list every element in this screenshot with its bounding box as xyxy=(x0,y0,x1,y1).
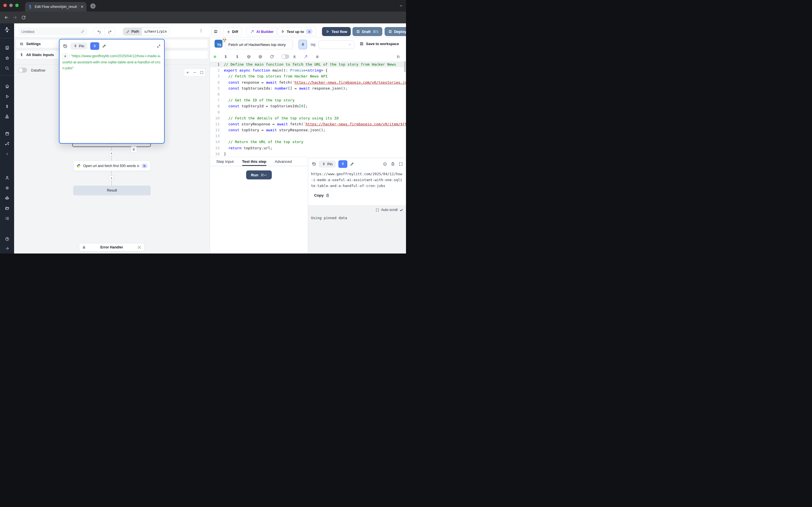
expand-result-icon[interactable] xyxy=(399,162,403,166)
insert-step-button[interactable] xyxy=(109,175,114,180)
code-line[interactable]: 16} xyxy=(210,151,406,157)
tab-close-icon[interactable]: ✕ xyxy=(80,4,84,9)
traffic-zoom[interactable] xyxy=(15,4,18,7)
browser-tab[interactable]: Edit Flow u/henri/pin_results ✕ xyxy=(25,2,87,11)
diff-mode-icon[interactable]: ± xyxy=(293,54,296,59)
history-icon[interactable] xyxy=(63,44,68,48)
flow-node-b[interactable]: Open url and fetch first 500 words of ..… xyxy=(73,161,151,171)
editor-toggle[interactable] xyxy=(282,54,289,59)
node-a-pin-badge[interactable] xyxy=(130,147,137,153)
back-button[interactable] xyxy=(2,13,11,22)
new-tab-button[interactable] xyxy=(90,3,96,9)
sidebar-folders-icon[interactable] xyxy=(0,205,14,212)
package-icon[interactable] xyxy=(247,55,251,59)
sidebar-resources-icon[interactable] xyxy=(0,113,14,120)
result-history-icon[interactable] xyxy=(312,162,316,166)
code-line[interactable]: 8 const topStoryId = topStoriesIds[0]; xyxy=(210,103,406,109)
expand-popup-icon[interactable] xyxy=(157,44,161,48)
pinned-arg-json[interactable]: a : "https://www.geoffreylitt.com/2025/0… xyxy=(62,53,161,71)
pin-active-tab[interactable] xyxy=(90,42,99,50)
code-line[interactable]: 7 // Get the ID of the top story xyxy=(210,97,406,103)
sidebar-triggers-icon[interactable] xyxy=(0,140,14,147)
copy-result-icon[interactable] xyxy=(391,162,395,166)
resources-icon[interactable] xyxy=(235,55,239,59)
flow-name-field[interactable]: Untitled xyxy=(18,27,87,36)
package-icon[interactable] xyxy=(258,55,262,59)
sidebar-settings-icon[interactable] xyxy=(0,184,14,191)
code-editor[interactable]: 1// Define the main function to fetch th… xyxy=(210,61,406,157)
save-to-workspace-button[interactable]: Save to workspace xyxy=(359,42,399,46)
sidebar-schedules-icon[interactable] xyxy=(0,130,14,137)
insert-step-button[interactable] xyxy=(109,151,114,156)
flow-result-node[interactable]: Result xyxy=(73,186,151,195)
sidebar-workers-icon[interactable] xyxy=(0,194,14,202)
redo-button[interactable] xyxy=(104,28,115,35)
sidebar-workspace-icon[interactable] xyxy=(0,44,14,51)
code-line[interactable]: 12 const topStory = await storyResponse.… xyxy=(210,127,406,133)
diff-button[interactable]: ±Diff xyxy=(223,27,242,36)
reload-button[interactable] xyxy=(19,13,28,22)
more-options-kebab[interactable] xyxy=(199,29,203,33)
result-value[interactable]: https://www.geoffreylitt.com/2025/04/12/… xyxy=(311,171,404,189)
variables-icon[interactable] xyxy=(223,55,228,59)
test-up-to-button[interactable]: Test up to a xyxy=(277,27,316,36)
tab-search-button[interactable] xyxy=(399,4,403,8)
code-line[interactable]: 15 return topStory.url; xyxy=(210,145,406,151)
code-line[interactable]: 3 // Fetch the top stories from Hacker N… xyxy=(210,73,406,79)
forward-button[interactable] xyxy=(11,13,19,22)
editor-scrollbar[interactable] xyxy=(404,61,406,72)
deploy-button[interactable]: Deploy xyxy=(385,27,406,36)
sidebar-add-icon[interactable] xyxy=(0,150,14,158)
code-line[interactable]: 10 // Fetch the details of the top story… xyxy=(210,115,406,121)
docs-button[interactable] xyxy=(211,27,220,36)
code-line[interactable]: 13 xyxy=(210,133,406,139)
add-error-handler-icon[interactable] xyxy=(137,245,141,249)
sidebar-search-icon[interactable] xyxy=(0,64,14,72)
traffic-minimize[interactable] xyxy=(9,4,13,7)
pin-tab[interactable]: Pin xyxy=(70,43,87,50)
draft-button[interactable]: Draft ⌘S xyxy=(352,27,382,36)
tab-advanced[interactable]: Advanced xyxy=(275,157,292,166)
sidebar-help-icon[interactable] xyxy=(0,235,14,242)
code-line[interactable]: 5 const topStoriesIds: number[] = await … xyxy=(210,86,406,91)
windmill-logo[interactable] xyxy=(0,26,14,34)
code-line[interactable]: 11 const storyResponse = await fetch(`ht… xyxy=(210,121,406,127)
tab-test-this-step[interactable]: Test this step xyxy=(242,157,266,166)
fit-view-button[interactable] xyxy=(198,69,205,76)
code-line[interactable]: 14 // Return the URL of the top story xyxy=(210,139,406,145)
copy-button[interactable]: Copy xyxy=(314,193,329,198)
step-pin-button[interactable] xyxy=(299,40,307,49)
step-title-input[interactable] xyxy=(225,40,293,49)
dataflow-toggle[interactable] xyxy=(18,68,27,73)
code-line[interactable]: 6 xyxy=(210,91,406,97)
sidebar-logs-icon[interactable] xyxy=(0,215,14,222)
sidebar-users-icon[interactable] xyxy=(0,174,14,181)
sidebar-favorites-icon[interactable] xyxy=(0,54,14,62)
code-line[interactable]: 2export async function main(): Promise<s… xyxy=(210,67,406,73)
undo-button[interactable] xyxy=(94,28,104,35)
test-flow-button[interactable]: Test flow xyxy=(322,27,351,36)
sidebar-runs-icon[interactable] xyxy=(0,93,14,100)
path-chip[interactable]: Path u/henri/pin xyxy=(123,27,170,36)
traffic-close[interactable] xyxy=(3,4,7,7)
tag-select[interactable] xyxy=(318,40,354,49)
editor-settings-gear-icon[interactable] xyxy=(315,55,319,59)
edit-result-pencil-icon[interactable] xyxy=(350,162,354,166)
auto-scroll-control[interactable]: Auto scroll xyxy=(375,208,403,212)
code-line[interactable]: 4 const response = await fetch('https://… xyxy=(210,79,406,86)
library-icon[interactable] xyxy=(396,55,401,59)
tab-step-input[interactable]: Step Input xyxy=(216,157,234,166)
sidebar-home-icon[interactable] xyxy=(0,82,14,90)
reload-deps-icon[interactable] xyxy=(270,55,274,59)
sidebar-expand-icon[interactable] xyxy=(0,245,14,252)
code-line[interactable]: 9 xyxy=(210,109,406,115)
info-icon[interactable] xyxy=(383,162,387,166)
edit-pin-pencil-icon[interactable] xyxy=(102,44,106,48)
edit-name-pencil-icon[interactable] xyxy=(81,30,85,34)
sidebar-variables-icon[interactable] xyxy=(0,103,14,110)
zoom-in-button[interactable] xyxy=(184,69,191,76)
result-pin-tab[interactable]: Pin xyxy=(319,161,336,168)
result-pin-active-tab[interactable] xyxy=(338,160,347,168)
code-line[interactable]: 1// Define the main function to fetch th… xyxy=(210,61,406,67)
ai-wand-icon[interactable] xyxy=(304,55,308,59)
